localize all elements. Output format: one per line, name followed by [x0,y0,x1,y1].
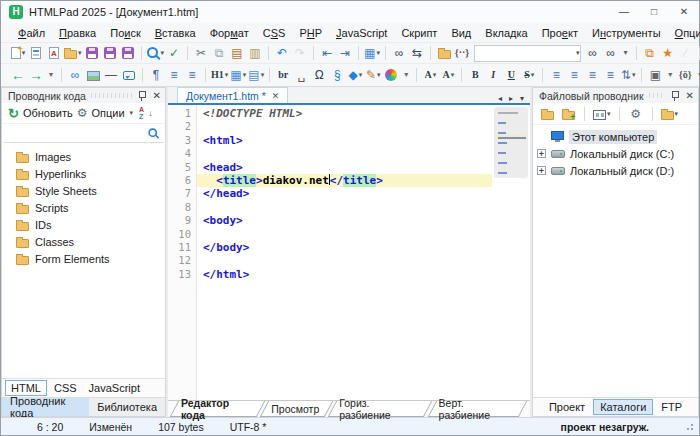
open-in-browser-button[interactable] [45,44,63,62]
wizard-button[interactable]: ★ [659,44,677,62]
align-right-button[interactable]: ≡ [583,66,601,84]
code-line[interactable]: </body> [197,241,492,254]
code-line[interactable] [197,228,492,241]
tree-item-folder[interactable]: Form Elements [2,250,165,267]
find-button[interactable]: ∞ [390,44,408,62]
minimize-button[interactable]: — [609,1,639,23]
code-line[interactable]: <!DOCTYPE HTML> [197,107,492,120]
clipboard-button[interactable]: ▥ [246,44,264,62]
script-button[interactable]: § [328,66,346,84]
bold-button[interactable]: B [466,66,484,84]
tab-javascript[interactable]: JavaScript [84,381,145,395]
code-line[interactable]: <head> [197,161,492,174]
font-size-button[interactable]: A▾ [439,66,457,84]
format-painter-button[interactable]: ✎▾ [364,66,382,84]
sort-az-icon[interactable] [139,106,144,120]
new-document-button[interactable]: ▾ [9,44,27,62]
tree-item-folder[interactable]: Hyperlinks [2,165,165,182]
replace-button[interactable]: ⇆ [408,44,426,62]
toolbar-overflow-button[interactable]: ▾ [620,44,632,62]
heading-button[interactable]: H1▾ [210,66,229,84]
tab-html[interactable]: HTML [5,380,47,396]
redo-button[interactable]: ↷ [291,44,309,62]
code-line[interactable]: <title>diakov.net</title> [197,174,492,187]
strikethrough-button[interactable]: S▾ [520,66,538,84]
line-tool-button[interactable]: ∕ [677,44,695,62]
unordered-list-button[interactable]: ≡ [165,66,183,84]
menu-edit[interactable]: Правка [52,25,103,41]
menu-tools[interactable]: Инструменты [585,25,668,41]
back-button[interactable]: ← [9,66,27,84]
search-combobox[interactable]: ▾ [474,45,581,62]
menu-file[interactable]: Файл [11,25,52,41]
save-as-button[interactable] [119,44,137,62]
font-style-button[interactable]: A▾ [421,66,439,84]
menu-tab[interactable]: Вкладка [478,25,534,41]
save-all-button[interactable] [101,44,119,62]
menu-css[interactable]: CSS [256,25,293,41]
tab-catalogs[interactable]: Каталоги [593,399,653,415]
find-in-files-button[interactable] [435,44,453,62]
layout-button[interactable]: ▦▾ [363,44,381,62]
open-folder-button[interactable] [538,105,556,123]
menu-insert[interactable]: Вставка [148,25,203,41]
tag-button[interactable]: ◆▾ [346,66,364,84]
maximize-button[interactable]: □ [639,1,669,23]
tab-library[interactable]: Библиотека [89,398,165,416]
indent-decrease-button[interactable]: ⇤ [318,44,336,62]
tree-item-folder[interactable]: Images [2,148,165,165]
find-previous-button[interactable]: ∞ [602,44,620,62]
align-justify-button[interactable]: ≡ [601,66,619,84]
hyperlink-button[interactable]: ∞ [66,66,84,84]
tree-item[interactable]: Этот компьютер [533,128,698,145]
tab-scroll-right-icon[interactable]: ▸ [509,94,513,103]
menu-view[interactable]: Вид [444,25,478,41]
document-tab[interactable]: Документ1.htm * ✕ [177,87,288,103]
line-break-button[interactable]: br [274,66,292,84]
menu-script[interactable]: Скрипт [394,25,444,41]
toolbar-overflow-button[interactable]: ▾ [664,66,676,84]
code-line[interactable] [197,120,492,133]
toolbar-overflow-button[interactable]: ▾ [694,66,700,84]
horizontal-rule-button[interactable]: — [102,66,120,84]
tree-item-folder[interactable]: Scripts [2,199,165,216]
cut-button[interactable]: ✂ [192,44,210,62]
snippets-button[interactable]: ⧉ [641,44,659,62]
tab-ftp[interactable]: FTP [655,400,688,414]
align-center-button[interactable]: ≡ [565,66,583,84]
refresh-icon[interactable]: ↻ [8,106,19,121]
comment-button[interactable] [120,66,138,84]
spell-check-button[interactable]: ✓ [165,44,183,62]
paste-button[interactable]: ▤ [228,44,246,62]
close-panel-icon[interactable]: ✕ [153,90,161,101]
tab-preview[interactable]: Просмотр [268,401,322,417]
tab-vertical-split[interactable]: Верт. разбиение [436,401,516,417]
tab-close-icon[interactable]: ✕ [272,91,280,101]
tab-list-icon[interactable]: ▾ [520,94,524,103]
menu-format[interactable]: Формат [203,25,256,41]
paragraph-button[interactable]: ¶ [147,66,165,84]
save-button[interactable] [83,44,101,62]
menu-search[interactable]: Поиск [103,25,148,41]
toolbar-overflow-button[interactable]: ▾ [45,66,57,84]
undo-button[interactable]: ↶ [273,44,291,62]
code-area[interactable]: 12345678910111213 <!DOCTYPE HTML><html><… [168,105,530,400]
tree-item[interactable]: Локальный диск (C:) [533,145,698,162]
expand-icon[interactable] [537,149,546,158]
tab-code-editor[interactable]: Редактор кода [178,401,254,417]
tree-item[interactable]: Локальный диск (D:) [533,162,698,179]
special-char-button[interactable]: Ω [310,66,328,84]
code-line[interactable]: </html> [197,268,492,281]
code-line[interactable]: <html> [197,134,492,147]
nbsp-button[interactable]: ␣ [292,66,310,84]
indent-increase-button[interactable]: ⇥ [336,44,354,62]
line-spacing-button[interactable]: ⇅▾ [619,66,637,84]
colors-button[interactable] [382,66,400,84]
braces-button[interactable]: {ö} [676,66,694,84]
view-mode-button[interactable]: ▾ [592,105,612,123]
search-button[interactable]: ▾ [146,44,166,62]
code-line[interactable]: <body> [197,214,492,227]
tab-code-explorer[interactable]: Проводник кода [2,398,89,416]
gear-icon[interactable]: ⚙ [77,106,88,120]
tab-horizontal-split[interactable]: Гориз. разбиение [336,401,421,417]
